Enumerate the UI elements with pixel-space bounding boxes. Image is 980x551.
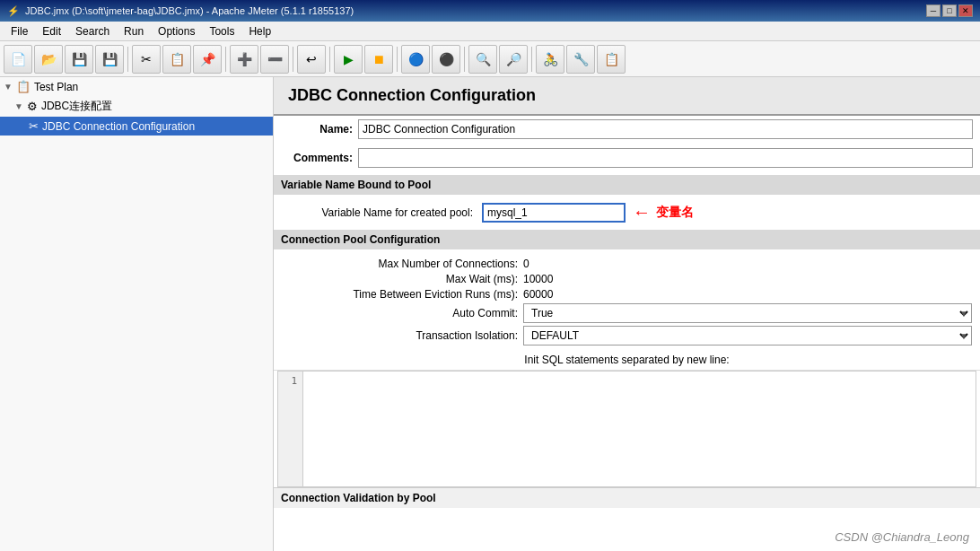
red-arrow-icon: ← xyxy=(633,202,651,223)
toolbar-paste[interactable]: 📌 xyxy=(193,45,222,74)
transaction-select-wrapper: DEFAULT TRANSACTION_NONE TRANSACTION_REA… xyxy=(523,326,972,345)
toolbar-add[interactable]: ➕ xyxy=(230,45,258,74)
jdbc-config-icon: ⚙ xyxy=(27,100,38,113)
collapse-arrow-test-plan: ▼ xyxy=(4,82,13,92)
toolbar-sep-4 xyxy=(329,47,330,72)
menu-file[interactable]: File xyxy=(4,23,35,39)
toolbar-clear-all[interactable]: ⚫ xyxy=(432,45,460,74)
pool-field-transaction: Transaction Isolation: DEFAULT TRANSACTI… xyxy=(281,326,973,345)
eviction-label: Time Between Eviction Runs (ms): xyxy=(281,288,523,301)
content-title: JDBC Connection Configuration xyxy=(288,86,536,104)
close-button[interactable]: ✕ xyxy=(958,4,973,17)
window-title: JDBC.jmx (D:\soft\jmeter-bag\JDBC.jmx) -… xyxy=(25,5,354,16)
auto-commit-label: Auto Commit: xyxy=(281,307,523,319)
variable-name-section-header: Variable Name Bound to Pool xyxy=(274,175,980,195)
content-area: JDBC Connection Configuration Name: Comm… xyxy=(274,77,980,551)
toolbar-new[interactable]: 📄 xyxy=(4,45,32,74)
toolbar-copy[interactable]: 📋 xyxy=(162,45,191,74)
menu-search[interactable]: Search xyxy=(68,23,117,39)
max-wait-label: Max Wait (ms): xyxy=(281,273,523,285)
title-bar-left: ⚡ JDBC.jmx (D:\soft\jmeter-bag\JDBC.jmx)… xyxy=(7,5,354,17)
toolbar-sep-3 xyxy=(293,47,293,72)
pool-field-max-wait: Max Wait (ms): 10000 xyxy=(281,273,973,285)
toolbar-bicycle[interactable]: 🚴 xyxy=(536,45,564,74)
toolbar: 📄 📂 💾 💾 ✂ 📋 📌 ➕ ➖ ↩ ▶ ⏹ 🔵 ⚫ 🔍 🔎 🚴 🔧 📋 xyxy=(0,41,980,77)
toolbar-sep-5 xyxy=(397,47,398,72)
pool-config-fields: Max Number of Connections: 0 Max Wait (m… xyxy=(274,253,980,350)
toolbar-remove[interactable]: ➖ xyxy=(260,45,289,74)
menu-bar: File Edit Search Run Options Tools Help xyxy=(0,22,980,41)
toolbar-sep-7 xyxy=(531,47,532,72)
auto-commit-select-wrapper: True False ▼ xyxy=(523,303,972,323)
toolbar-sep-1 xyxy=(127,47,128,72)
jdbc-config-label: JDBC连接配置 xyxy=(41,99,112,114)
app-icon: ⚡ xyxy=(7,5,20,17)
menu-run[interactable]: Run xyxy=(117,23,151,39)
sidebar: ▼ 📋 Test Plan ▼ ⚙ JDBC连接配置 ✂ JDBC Connec… xyxy=(0,77,274,551)
title-bar-controls: ─ □ ✕ xyxy=(926,4,973,17)
test-plan-label: Test Plan xyxy=(34,81,78,93)
sql-textarea[interactable] xyxy=(303,372,976,486)
maximize-button[interactable]: □ xyxy=(942,4,957,17)
name-label: Name: xyxy=(281,123,353,136)
menu-help[interactable]: Help xyxy=(241,23,278,39)
toolbar-sep-6 xyxy=(464,47,465,72)
sql-area-label: Init SQL statements separated by new lin… xyxy=(274,350,980,371)
variable-name-input[interactable] xyxy=(482,203,626,223)
toolbar-saveas[interactable]: 💾 xyxy=(95,45,124,74)
main-layout: ▼ 📋 Test Plan ▼ ⚙ JDBC连接配置 ✂ JDBC Connec… xyxy=(0,77,980,551)
bottom-section: Connection Validation by Pool xyxy=(274,487,980,508)
comments-label: Comments: xyxy=(281,152,353,164)
bottom-section-label: Connection Validation by Pool xyxy=(281,492,436,504)
test-plan-icon: 📋 xyxy=(16,80,31,93)
annotation-text: 变量名 xyxy=(656,205,694,221)
content-header: JDBC Connection Configuration xyxy=(274,77,980,116)
title-bar: ⚡ JDBC.jmx (D:\soft\jmeter-bag\JDBC.jmx)… xyxy=(0,0,980,22)
toolbar-open[interactable]: 📂 xyxy=(34,45,63,74)
toolbar-cut[interactable]: ✂ xyxy=(132,45,161,74)
watermark: CSDN @Chiandra_Leong xyxy=(835,530,969,544)
toolbar-save[interactable]: 💾 xyxy=(65,45,93,74)
jdbc-connection-label: JDBC Connection Configuration xyxy=(42,120,195,133)
line-numbers: 1 xyxy=(278,372,303,486)
transaction-label: Transaction Isolation: xyxy=(281,329,523,342)
max-connections-value: 0 xyxy=(523,258,973,270)
pool-field-auto-commit: Auto Commit: True False ▼ xyxy=(281,303,973,323)
max-wait-value: 10000 xyxy=(523,273,973,285)
toolbar-zoom-out[interactable]: 🔎 xyxy=(499,45,528,74)
jdbc-connection-icon: ✂ xyxy=(29,119,39,133)
variable-name-row: Variable Name for created pool: ← 变量名 xyxy=(274,198,980,226)
pool-field-max-connections: Max Number of Connections: 0 xyxy=(281,258,973,270)
toolbar-stop[interactable]: ⏹ xyxy=(364,45,393,74)
sidebar-item-test-plan[interactable]: ▼ 📋 Test Plan xyxy=(0,77,273,96)
menu-edit[interactable]: Edit xyxy=(35,23,68,39)
minimize-button[interactable]: ─ xyxy=(926,4,941,17)
sidebar-item-jdbc-connection[interactable]: ✂ JDBC Connection Configuration xyxy=(0,117,273,136)
auto-commit-select[interactable]: True False xyxy=(523,303,972,323)
sql-editor: 1 xyxy=(277,371,976,487)
comments-input[interactable] xyxy=(358,148,973,168)
toolbar-zoom-in[interactable]: 🔍 xyxy=(468,45,497,74)
toolbar-clear[interactable]: 🔵 xyxy=(401,45,430,74)
toolbar-sep-2 xyxy=(225,47,226,72)
pool-config-section-header: Connection Pool Configuration xyxy=(274,230,980,249)
name-row: Name: xyxy=(274,116,980,143)
toolbar-list[interactable]: 📋 xyxy=(597,45,626,74)
pool-field-eviction: Time Between Eviction Runs (ms): 60000 xyxy=(281,288,973,301)
menu-tools[interactable]: Tools xyxy=(202,23,241,39)
name-input[interactable] xyxy=(358,119,973,139)
max-connections-label: Max Number of Connections: xyxy=(281,258,523,270)
variable-name-label: Variable Name for created pool: xyxy=(281,206,478,219)
eviction-value: 60000 xyxy=(523,288,973,301)
comments-row: Comments: xyxy=(274,144,980,171)
menu-options[interactable]: Options xyxy=(151,23,202,39)
toolbar-settings[interactable]: 🔧 xyxy=(566,45,595,74)
collapse-arrow-jdbc: ▼ xyxy=(14,101,23,111)
annotation-container: ← 变量名 xyxy=(633,202,694,223)
sidebar-item-jdbc-config[interactable]: ▼ ⚙ JDBC连接配置 xyxy=(0,96,273,117)
toolbar-undo[interactable]: ↩ xyxy=(297,45,326,74)
toolbar-run[interactable]: ▶ xyxy=(334,45,363,74)
transaction-select[interactable]: DEFAULT TRANSACTION_NONE TRANSACTION_REA… xyxy=(523,326,972,345)
